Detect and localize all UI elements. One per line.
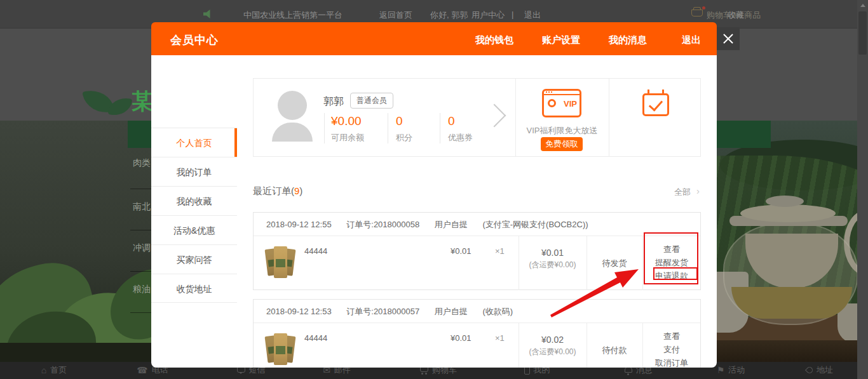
- pay-order-link[interactable]: 支付: [642, 343, 701, 356]
- nav-logout[interactable]: 退出: [682, 34, 701, 46]
- back-home-link[interactable]: 返回首页: [379, 10, 412, 21]
- order-total: ¥0.02: [519, 335, 587, 345]
- product-name[interactable]: 44444: [304, 246, 327, 256]
- leaf-logo-icon: [108, 95, 133, 117]
- cart-icon[interactable]: [691, 10, 703, 17]
- recent-orders-title: 最近订单: [253, 185, 291, 196]
- product-quantity: ×1: [495, 333, 505, 343]
- logout-link[interactable]: 退出: [524, 10, 541, 21]
- order-actions-cell: 查看 提醒发货 申请退款: [642, 236, 701, 290]
- order-freight: (含运费¥0.00): [519, 347, 587, 357]
- order-number: 订单号:2018000057: [346, 307, 419, 316]
- home-icon: ⌂: [41, 365, 46, 375]
- scroll-up-icon[interactable]: [860, 4, 865, 7]
- member-center-modal: 个人首页 我的订单 我的收藏 活动&优惠 买家问答 收货地址 郭郭 普通会员 ¥…: [151, 55, 717, 368]
- product-thumbnail[interactable]: [266, 332, 295, 366]
- order-status: 待付款: [587, 323, 642, 368]
- greeting-text: 你好, 郭郭: [430, 10, 468, 21]
- favorite-link[interactable]: 收藏: [728, 10, 744, 21]
- order-card: 2018-09-12 12:55 订单号:2018000058 用户自提 (支付…: [253, 212, 701, 290]
- speaker-icon: [203, 10, 213, 18]
- view-order-link[interactable]: 查看: [642, 329, 701, 343]
- sidebar-item-shipping-address[interactable]: 收货地址: [151, 274, 237, 303]
- order-datetime: 2018-09-12 12:55: [266, 220, 332, 229]
- member-level-badge: 普通会员: [350, 93, 393, 109]
- chevron-right-icon: ›: [696, 185, 700, 196]
- points-value: 0: [396, 114, 403, 128]
- free-claim-button[interactable]: 免费领取: [541, 137, 583, 151]
- sidebar-item-personal-home[interactable]: 个人首页: [151, 128, 237, 157]
- scrollbar-thumb[interactable]: [858, 11, 867, 55]
- order-number: 订单号:2018000058: [346, 220, 419, 229]
- order-card: 2018-09-12 12:53 订单号:2018000057 用户自提 (收款…: [253, 299, 701, 368]
- order-delivery: 用户自提: [435, 220, 468, 229]
- nav-my-messages[interactable]: 我的消息: [609, 34, 647, 46]
- avatar: [278, 91, 307, 120]
- sidebar-item-buyer-qa[interactable]: 买家问答: [151, 244, 237, 274]
- phone-icon: ☎: [137, 365, 147, 375]
- product-quantity: ×1: [495, 246, 505, 256]
- profile-panel: 郭郭 普通会员 ¥0.00 可用余额 0 积分 0 优惠券 VIP VIP福利限…: [253, 78, 701, 157]
- bottom-nav-home[interactable]: ⌂ 首页: [27, 364, 81, 376]
- order-payment: (支付宝-网银支付(BOCB2C)): [482, 220, 588, 229]
- coupons-label: 优惠券: [448, 132, 473, 143]
- sidebar-item-activities[interactable]: 活动&优惠: [151, 215, 237, 244]
- activity-flag-icon: ⚑: [717, 365, 725, 375]
- sidebar-item-my-orders[interactable]: 我的订单: [151, 157, 237, 186]
- coupons-value: 0: [448, 114, 455, 128]
- product-price: ¥0.01: [451, 246, 471, 256]
- order-actions-cell: 查看 支付 取消订单: [642, 323, 701, 368]
- order-total: ¥0.01: [519, 248, 587, 258]
- product-price: ¥0.01: [451, 333, 471, 343]
- modal-title: 会员中心: [170, 32, 219, 48]
- order-freight: (含运费¥0.00): [519, 260, 587, 270]
- balance-value: ¥0.00: [331, 114, 362, 128]
- member-center-header: 会员中心 我的钱包 账户设置 我的消息 退出: [151, 22, 717, 55]
- balance-label: 可用余额: [331, 132, 364, 143]
- order-payment: (收款码): [482, 307, 513, 316]
- user-name: 郭郭: [323, 95, 344, 109]
- order-datetime: 2018-09-12 12:53: [266, 307, 332, 316]
- request-refund-link[interactable]: 申请退款: [642, 269, 701, 283]
- vip-icon: VIP: [542, 89, 581, 117]
- view-all-link[interactable]: 全部: [674, 187, 691, 198]
- chevron-right-icon[interactable]: [483, 104, 506, 128]
- order-delivery: 用户自提: [435, 307, 468, 316]
- calendar-check-icon[interactable]: [642, 93, 669, 116]
- order-total-cell: ¥0.01 (含运费¥0.00): [519, 236, 587, 290]
- order-header: 2018-09-12 12:53 订单号:2018000057 用户自提 (收款…: [254, 300, 700, 323]
- order-total-cell: ¥0.02 (含运费¥0.00): [519, 323, 587, 368]
- close-icon[interactable]: [717, 27, 740, 50]
- points-label: 积分: [396, 132, 412, 143]
- topbar-divider: |: [512, 10, 513, 19]
- location-pin-icon: [805, 366, 814, 375]
- avatar: [272, 123, 313, 142]
- product-thumbnail[interactable]: [266, 245, 295, 279]
- page-root: 中国农业线上营销第一平台 返回首页 你好, 郭郭 用户中心 | 退出 购物车0件…: [0, 0, 868, 379]
- recent-orders-header: 最近订单(9) 全部 ›: [253, 185, 701, 198]
- product-name[interactable]: 44444: [304, 333, 327, 343]
- vip-promo-text: VIP福利限免大放送: [515, 125, 609, 136]
- bottom-nav-address[interactable]: 地址: [793, 364, 846, 376]
- announcement-text: 中国农业线上营销第一平台: [243, 10, 342, 21]
- user-center-link[interactable]: 用户中心: [471, 10, 505, 21]
- nav-my-wallet[interactable]: 我的钱包: [475, 34, 513, 46]
- nav-account-settings[interactable]: 账户设置: [542, 34, 580, 46]
- remind-shipment-link[interactable]: 提醒发货: [642, 256, 701, 269]
- cancel-order-link[interactable]: 取消订单: [642, 356, 701, 368]
- order-status: 待发货: [587, 236, 642, 290]
- order-header: 2018-09-12 12:55 订单号:2018000058 用户自提 (支付…: [254, 213, 700, 236]
- scrollbar[interactable]: [857, 0, 868, 379]
- sidebar-item-my-favorites[interactable]: 我的收藏: [151, 186, 237, 215]
- view-order-link[interactable]: 查看: [642, 243, 701, 256]
